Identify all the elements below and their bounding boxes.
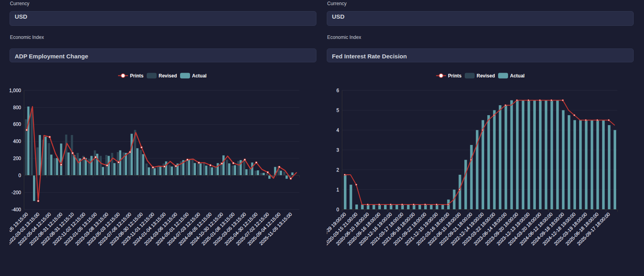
- svg-text:Actual: Actual: [192, 73, 207, 79]
- svg-text:-400: -400: [12, 207, 21, 212]
- svg-text:Actual: Actual: [510, 73, 525, 79]
- svg-text:0: 0: [336, 207, 339, 212]
- svg-text:-200: -200: [12, 190, 21, 195]
- svg-text:1: 1: [336, 187, 339, 193]
- svg-text:5: 5: [336, 108, 339, 113]
- svg-text:2: 2: [336, 167, 339, 173]
- svg-text:200: 200: [13, 156, 21, 161]
- svg-text:Revised: Revised: [159, 73, 177, 79]
- svg-text:800: 800: [13, 105, 21, 110]
- svg-text:4: 4: [336, 127, 339, 133]
- svg-text:3: 3: [336, 147, 339, 153]
- svg-text:Prints: Prints: [130, 73, 144, 79]
- svg-text:0: 0: [18, 173, 21, 178]
- svg-text:6: 6: [336, 88, 339, 93]
- svg-text:Prints: Prints: [448, 73, 462, 79]
- svg-text:400: 400: [13, 139, 21, 144]
- svg-text:Revised: Revised: [477, 73, 495, 79]
- svg-text:600: 600: [13, 122, 21, 127]
- svg-text:1,000: 1,000: [10, 88, 21, 93]
